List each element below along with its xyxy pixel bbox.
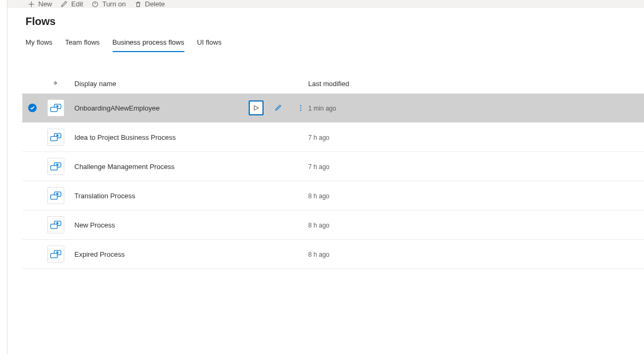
- svg-rect-11: [50, 195, 57, 199]
- flow-process-icon: [47, 158, 64, 175]
- flow-process-icon: [47, 246, 64, 263]
- row-display-name-text: OnboardingANewEmployee: [74, 104, 159, 112]
- row-icon-cell: [43, 158, 69, 175]
- tab-team-flows[interactable]: Team flows: [65, 33, 100, 52]
- row-display-name[interactable]: Idea to Project Business Process: [69, 133, 308, 141]
- flow-process-icon: [47, 216, 64, 233]
- svg-point-4: [300, 107, 301, 108]
- content-area: Flows My flows Team flows Business proce…: [7, 8, 644, 354]
- edit-label: Edit: [71, 0, 83, 8]
- checkmark-icon: [28, 104, 37, 112]
- flow-process-icon: [47, 99, 64, 116]
- row-icon-cell: [43, 129, 69, 146]
- table-row[interactable]: OnboardingANewEmployee 1 min ago: [22, 94, 644, 123]
- svg-rect-9: [50, 166, 57, 170]
- row-last-modified: 7 h ago: [308, 133, 644, 141]
- row-icon-cell: [43, 187, 69, 204]
- row-last-modified: 7 h ago: [308, 163, 644, 171]
- table-row[interactable]: New Process8 h ago: [22, 210, 644, 240]
- row-last-modified: 1 min ago: [308, 104, 644, 112]
- svg-rect-7: [50, 137, 57, 141]
- row-icon-cell: [43, 246, 69, 263]
- pencil-icon: [275, 104, 282, 112]
- table-header: Display name Last modified: [22, 73, 644, 94]
- header-last-modified[interactable]: Last modified: [308, 80, 644, 88]
- turnon-label: Turn on: [102, 0, 125, 8]
- edit-button[interactable]: Edit: [61, 0, 83, 8]
- plus-icon: [28, 1, 35, 8]
- tab-ui-flows[interactable]: UI flows: [197, 33, 222, 52]
- row-display-name[interactable]: Expired Process: [69, 250, 308, 258]
- row-display-name[interactable]: New Process: [69, 221, 308, 229]
- svg-point-5: [300, 109, 301, 111]
- command-bar: New Edit Turn on Delete: [7, 0, 644, 8]
- table-row[interactable]: Translation Process8 h ago: [22, 181, 644, 210]
- tab-business-process-flows[interactable]: Business process flows: [113, 33, 184, 52]
- delete-label: Delete: [145, 0, 165, 8]
- header-share-col[interactable]: [43, 80, 69, 87]
- trash-icon: [134, 1, 142, 8]
- share-arrow-icon: [52, 80, 60, 87]
- row-last-modified: 8 h ago: [308, 221, 644, 229]
- tabs: My flows Team flows Business process flo…: [7, 33, 644, 52]
- left-rail-edge: [0, 0, 7, 354]
- run-button[interactable]: [249, 100, 264, 115]
- header-display-name[interactable]: Display name: [69, 80, 308, 88]
- delete-button[interactable]: Delete: [134, 0, 165, 8]
- page-title: Flows: [7, 8, 644, 33]
- more-menu-button[interactable]: [293, 100, 308, 115]
- table-row[interactable]: Expired Process8 h ago: [22, 240, 644, 269]
- play-icon: [252, 104, 260, 112]
- more-vertical-icon: [297, 104, 304, 112]
- edit-row-button[interactable]: [271, 100, 286, 115]
- row-icon-cell: [43, 99, 69, 116]
- table-row[interactable]: Challenge Management Process7 h ago: [22, 152, 644, 181]
- pencil-icon: [61, 1, 68, 8]
- row-checkbox[interactable]: [22, 104, 43, 112]
- row-icon-cell: [43, 216, 69, 233]
- flows-table: Display name Last modified OnboardingANe…: [22, 73, 644, 269]
- table-row[interactable]: Idea to Project Business Process7 h ago: [22, 123, 644, 152]
- row-display-name[interactable]: OnboardingANewEmployee: [69, 100, 308, 115]
- svg-point-3: [300, 105, 301, 106]
- turnon-button[interactable]: Turn on: [91, 0, 125, 8]
- power-icon: [91, 1, 99, 8]
- svg-rect-2: [50, 107, 57, 112]
- svg-rect-13: [50, 224, 57, 229]
- tab-my-flows[interactable]: My flows: [26, 33, 53, 52]
- new-button[interactable]: New: [28, 0, 52, 8]
- new-label: New: [38, 0, 52, 8]
- row-actions: [249, 100, 308, 115]
- flow-process-icon: [47, 187, 64, 204]
- row-display-name[interactable]: Translation Process: [69, 192, 308, 200]
- row-display-name[interactable]: Challenge Management Process: [69, 163, 308, 171]
- row-last-modified: 8 h ago: [308, 192, 644, 200]
- row-last-modified: 8 h ago: [308, 250, 644, 258]
- svg-rect-15: [50, 254, 57, 258]
- flow-process-icon: [47, 129, 64, 146]
